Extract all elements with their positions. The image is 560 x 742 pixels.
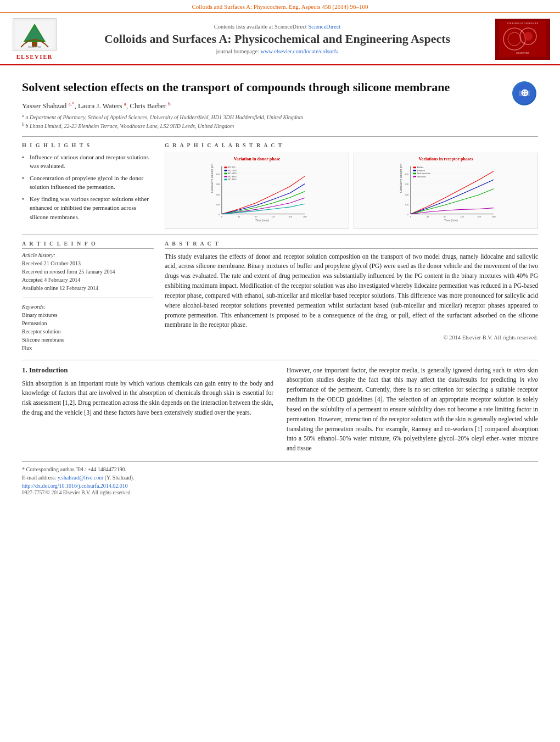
svg-text:ELSEVIER: ELSEVIER (516, 52, 529, 54)
affiliations: a a Department of Pharmacy, School of Ap… (22, 113, 538, 131)
highlight-item-3: Key finding was various receptor solutio… (22, 194, 154, 222)
graphical-abstract-section: G R A P H I C A L A B S T R A C T Variat… (165, 142, 538, 229)
svg-text:40: 40 (427, 215, 429, 218)
graphical-abstract-charts: Variation in donor phase Cumulative amou… (165, 153, 538, 229)
intro-left-text: Skin absorption is an important route by… (22, 379, 273, 418)
intro-right-text: However, one important factor, the recep… (287, 366, 538, 454)
svg-text:0: 0 (221, 215, 223, 218)
svg-text:Sub-micellar: Sub-micellar (417, 172, 430, 175)
keyword-5: Flux (22, 344, 154, 352)
svg-text:200: 200 (216, 193, 220, 196)
svg-rect-36 (224, 172, 227, 174)
svg-text:Ethanol: Ethanol (417, 169, 425, 171)
chart2-legend: Cumulative amount permeated (μg) Time (m… (357, 164, 534, 225)
crossmark-badge[interactable]: ⊕ (511, 80, 538, 107)
svg-text:PG 20%: PG 20% (228, 169, 237, 171)
svg-text:300: 300 (216, 183, 220, 186)
email-label: E-mail address: (22, 475, 58, 481)
article-title-container: Solvent selection effects on the transpo… (22, 80, 538, 96)
email-name: (Y. Shahzad). (104, 475, 134, 481)
sciencedirect-link[interactable]: ScienceDirect (308, 24, 340, 30)
accepted-date: Accepted 4 February 2014 (22, 276, 154, 284)
article-title-text: Solvent selection effects on the transpo… (22, 80, 450, 94)
graphical-abstract-label: G R A P H I C A L A B S T R A C T (165, 142, 538, 148)
svg-text:0: 0 (407, 213, 409, 216)
journal-homepage: journal homepage: www.elsevier.com/locat… (70, 48, 484, 54)
svg-text:160: 160 (288, 215, 293, 218)
copyright-line: © 2014 Elsevier B.V. All rights reserved… (165, 334, 538, 341)
svg-text:80: 80 (255, 215, 257, 218)
intro-right-col: However, one important factor, the recep… (287, 366, 538, 454)
abstract-label: A B S T R A C T (165, 241, 538, 249)
intro-heading: 1. Introduction (22, 366, 273, 375)
doi-link[interactable]: http://dx.doi.org/10.1016/j.colsurfa.201… (22, 483, 128, 489)
svg-rect-37 (224, 176, 227, 177)
email-link[interactable]: y.shahzad@live.com (58, 475, 103, 481)
divider-3 (22, 360, 538, 360)
citation-text: Colloids and Surfaces A: Physicochem. En… (192, 3, 368, 10)
chart1-legend: Cumulative amount permeated (μg) Time (m… (169, 164, 345, 225)
contents-text: Contents lists available at ScienceDirec… (214, 24, 307, 30)
svg-text:Micellar: Micellar (417, 175, 426, 177)
svg-text:0: 0 (219, 213, 220, 216)
svg-text:200: 200 (303, 215, 307, 218)
keyword-2: Permeation (22, 319, 154, 327)
svg-rect-64 (413, 170, 416, 171)
received-date: Received 21 October 2013 (22, 259, 154, 267)
keyword-4: Silicone membrane (22, 336, 154, 344)
svg-text:100: 100 (405, 203, 409, 206)
journal-title-area: Contents lists available at ScienceDirec… (59, 24, 495, 54)
svg-text:120: 120 (460, 215, 464, 218)
svg-text:PG 60%: PG 60% (228, 175, 237, 177)
svg-text:120: 120 (271, 215, 276, 218)
journal-citation: Colloids and Surfaces A: Physicochem. En… (0, 0, 560, 13)
svg-text:Time (min): Time (min) (255, 219, 269, 222)
svg-text:COLLOIDS AND SURFACES: COLLOIDS AND SURFACES (507, 22, 539, 25)
svg-text:0: 0 (410, 215, 412, 218)
svg-rect-35 (224, 170, 227, 171)
svg-rect-63 (413, 166, 416, 168)
keywords-label: Keywords: (22, 304, 154, 310)
elsevier-logo-area: ELSEVIER ELSEVIER (10, 18, 59, 60)
abstract-section: A B S T R A C T This study evaluates the… (165, 241, 538, 352)
affiliation-a: a a Department of Pharmacy, School of Ap… (22, 113, 538, 121)
svg-text:200: 200 (492, 215, 496, 218)
svg-text:PG 40%: PG 40% (228, 172, 237, 175)
svg-text:300: 300 (405, 183, 409, 186)
divider-1 (22, 136, 538, 137)
contents-line: Contents lists available at ScienceDirec… (70, 24, 484, 30)
svg-text:Time (min): Time (min) (444, 219, 458, 222)
divider-2 (22, 235, 538, 235)
svg-text:100: 100 (216, 203, 220, 206)
svg-text:PG 0%: PG 0% (228, 166, 236, 169)
article-body: Solvent selection effects on the transpo… (0, 65, 560, 502)
info-abstract-section: A R T I C L E I N F O Article history: R… (22, 241, 538, 352)
journal-cover-image: ELSEVIER COLLOIDS AND SURFACES (495, 19, 550, 60)
svg-text:400: 400 (405, 173, 409, 176)
highlights-section: H I G H L I G H T S Influence of various… (22, 142, 154, 229)
svg-text:Buffer: Buffer (417, 166, 424, 169)
abstract-text: This study evaluates the effects of dono… (165, 252, 538, 331)
journal-header: ELSEVIER ELSEVIER Contents lists availab… (0, 13, 560, 65)
svg-text:400: 400 (216, 173, 220, 176)
revised-date: Received in revised form 25 January 2014 (22, 267, 154, 276)
article-info: A R T I C L E I N F O Article history: R… (22, 241, 154, 352)
svg-rect-38 (224, 178, 227, 180)
highlights-label: H I G H L I G H T S (22, 142, 154, 148)
svg-text:40: 40 (238, 215, 240, 218)
crossmark-icon: ⊕ (512, 81, 536, 105)
article-info-label: A R T I C L E I N F O (22, 241, 154, 249)
footnote-star: * Corresponding author. Tel.: +44 148447… (22, 465, 538, 473)
chart2-title: Variations in receptor phases (357, 157, 534, 161)
svg-text:160: 160 (477, 215, 481, 218)
issn-line: 0927-7757/© 2014 Elsevier B.V. All right… (22, 490, 538, 495)
svg-rect-65 (413, 172, 416, 174)
footnote-email: E-mail address: y.shahzad@live.com (Y. S… (22, 473, 538, 482)
svg-text:⊕: ⊕ (520, 87, 529, 98)
svg-text:ELSEVIER: ELSEVIER (28, 46, 41, 48)
svg-point-10 (524, 32, 533, 41)
introduction-section: 1. Introduction Skin absorption is an im… (22, 366, 538, 454)
svg-rect-34 (224, 166, 227, 168)
elsevier-label: ELSEVIER (16, 54, 53, 60)
homepage-link[interactable]: www.elsevier.com/locate/colsurfa (260, 48, 338, 54)
